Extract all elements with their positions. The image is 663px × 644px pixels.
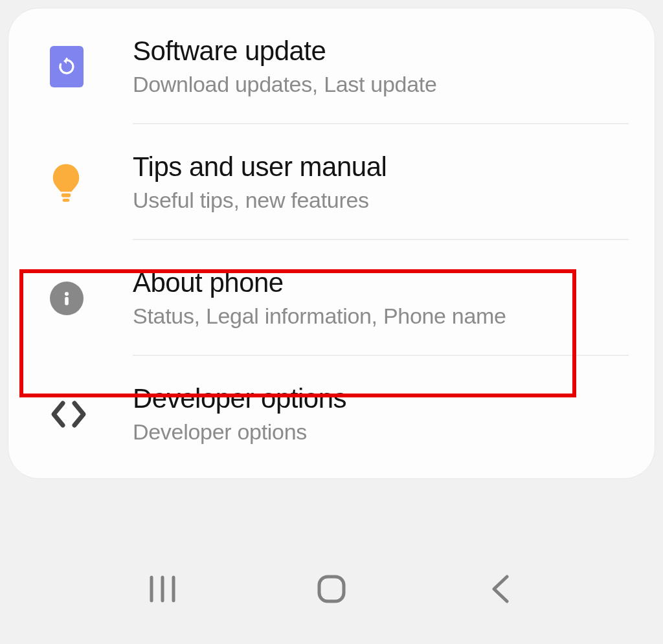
item-texts: About phone Status, Legal information, P… <box>108 267 633 329</box>
item-subtitle: Status, Legal information, Phone name <box>133 304 633 329</box>
android-nav-bar <box>0 553 663 644</box>
info-icon <box>50 282 84 315</box>
icon-slot <box>30 399 108 429</box>
svg-rect-3 <box>65 296 69 305</box>
item-subtitle: Useful tips, new features <box>133 188 633 213</box>
settings-item-software-update[interactable]: Software update Download updates, Last u… <box>8 8 655 124</box>
icon-slot <box>30 162 108 203</box>
settings-item-about-phone[interactable]: About phone Status, Legal information, P… <box>8 240 655 356</box>
item-title: About phone <box>133 267 633 298</box>
nav-recents-button[interactable] <box>137 563 188 615</box>
item-title: Software update <box>133 36 633 67</box>
item-texts: Developer options Developer options <box>108 383 633 445</box>
settings-item-developer-options[interactable]: Developer options Developer options <box>8 356 655 472</box>
item-texts: Software update Download updates, Last u… <box>108 36 633 97</box>
item-title: Tips and user manual <box>133 151 633 183</box>
bulb-icon <box>50 162 82 203</box>
item-title: Developer options <box>133 383 633 414</box>
item-texts: Tips and user manual Useful tips, new fe… <box>108 151 633 213</box>
icon-slot <box>30 282 108 315</box>
settings-item-tips[interactable]: Tips and user manual Useful tips, new fe… <box>8 124 655 240</box>
svg-rect-1 <box>63 199 70 202</box>
update-icon <box>50 46 84 87</box>
icon-slot <box>30 46 108 87</box>
code-icon <box>50 399 87 429</box>
nav-back-button[interactable] <box>475 563 526 615</box>
svg-point-2 <box>65 291 69 295</box>
svg-rect-0 <box>62 193 71 197</box>
item-subtitle: Download updates, Last update <box>133 72 633 97</box>
svg-rect-7 <box>319 577 344 601</box>
nav-home-button[interactable] <box>306 563 357 615</box>
item-subtitle: Developer options <box>133 419 633 445</box>
settings-card: Software update Download updates, Last u… <box>8 8 655 479</box>
